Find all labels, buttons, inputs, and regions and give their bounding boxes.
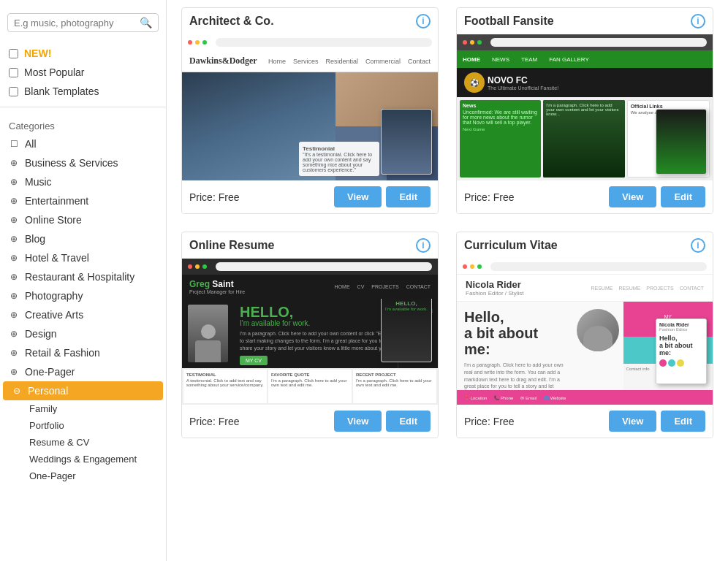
sub-item-portfolio[interactable]: Portfolio [20, 417, 166, 434]
template-footer-architect: Price: Free View Edit [182, 180, 438, 213]
sidebar-item-design[interactable]: ⊕ Design [0, 324, 166, 343]
resume-browser-bar [182, 259, 438, 275]
sidebar-item-restaurant[interactable]: ⊕ Restaurant & Hospitality [0, 267, 166, 286]
sidebar-item-music[interactable]: ⊕ Music [0, 172, 166, 191]
testimonial-section: TESTIMONIAL A testimonial. Click to add … [183, 370, 267, 403]
sidebar-item-retail[interactable]: ⊕ Retail & Fashion [0, 343, 166, 362]
sub-item-one-pager[interactable]: One-Pager [20, 468, 166, 484]
mini-dot-yellow [677, 359, 684, 367]
popular-checkbox-item[interactable]: Most Popular [0, 63, 166, 82]
edit-button-architect[interactable]: Edit [386, 186, 431, 207]
cv-person-title: Fashion Editor / Stylist [466, 290, 524, 297]
edit-button-resume[interactable]: Edit [386, 411, 431, 432]
arch-logo: Dawkins&Dodger [189, 56, 257, 66]
search-bar[interactable]: 🔍 [7, 13, 159, 32]
arch-menu: Home Services Residential Commercial Con… [268, 58, 431, 65]
sidebar-item-label: Music [25, 176, 52, 188]
template-card-cv: Curriculum Vitae i Nicola Rider Fashion … [456, 232, 713, 438]
sidebar-item-label: Online Store [25, 214, 82, 226]
sub-item-weddings[interactable]: Weddings & Engagement [20, 451, 166, 468]
template-header-resume: Online Resume i [182, 232, 438, 259]
price-football: Price: Free [464, 191, 514, 203]
cv-nav-contact: CONTACT [680, 286, 704, 291]
blank-checkbox-item[interactable]: Blank Templates [0, 82, 166, 101]
mini-cv-title: Fashion Editor [659, 327, 703, 332]
cv-hello-text: Hello,a bit aboutme: [464, 309, 565, 357]
sidebar-item-label: All [25, 138, 37, 150]
view-button-cv[interactable]: View [609, 411, 656, 432]
view-button-resume[interactable]: View [334, 411, 382, 432]
sidebar-item-one-pager[interactable]: ⊕ One-Pager [0, 362, 166, 381]
sidebar-item-all[interactable]: ☐ All [0, 134, 166, 153]
football-browser-bar [457, 34, 713, 50]
new-checkbox-item[interactable]: NEW! [0, 44, 166, 63]
my-cv-button[interactable]: MY CV [240, 356, 268, 365]
plus-icon: ⊕ [9, 272, 19, 282]
person-silhouette [583, 326, 613, 351]
football-crest: ⚽ [464, 72, 485, 93]
dot-green [202, 40, 207, 45]
plus-icon: ⊕ [9, 215, 19, 225]
popular-label: Most Popular [24, 66, 84, 78]
arch-body: Dawkins&Dodger Home Services Residential… [182, 50, 438, 180]
btn-group-football: View Edit [609, 186, 705, 207]
sidebar-item-label: Hotel & Travel [25, 252, 89, 264]
testimonial-label: TESTIMONIAL [186, 373, 264, 377]
price-architect: Price: Free [189, 191, 239, 203]
dot-green [477, 264, 482, 269]
info-icon-football[interactable]: i [691, 14, 705, 28]
info-icon-cv[interactable]: i [691, 238, 705, 253]
mobile-thumb-resume: HELLO, I'm available for work. [381, 299, 432, 362]
menu-item: Residential [325, 58, 358, 65]
url-bar [490, 38, 707, 47]
sub-item-resume[interactable]: Resume & CV [20, 434, 166, 451]
resume-nav: HOME CV PROJECTS CONTACT [335, 284, 431, 289]
resume-subtitle: Project Manager for Hire [189, 289, 245, 294]
menu-item: Services [293, 58, 319, 65]
sidebar-item-hotel[interactable]: ⊕ Hotel & Travel [0, 248, 166, 267]
project-text: I'm a paragraph. Click here to add your … [356, 378, 433, 387]
mobile-thumb-football [656, 109, 707, 175]
edit-button-football[interactable]: Edit [661, 186, 705, 207]
all-icon: ☐ [9, 139, 19, 149]
resume-photo [188, 305, 228, 362]
sidebar-item-personal[interactable]: ⊖ Personal [3, 381, 163, 400]
plus-icon: ⊕ [9, 196, 19, 206]
sidebar-item-photography[interactable]: ⊕ Photography [0, 286, 166, 305]
template-footer-cv: Price: Free View Edit [457, 405, 713, 438]
view-button-football[interactable]: View [609, 186, 656, 207]
search-input[interactable] [14, 18, 140, 28]
popular-checkbox[interactable] [9, 68, 18, 77]
nav-team: TEAM [521, 56, 537, 63]
edit-button-cv[interactable]: Edit [661, 411, 705, 432]
dot-red [463, 40, 467, 45]
sidebar-item-creative-arts[interactable]: ⊕ Creative Arts [0, 305, 166, 324]
sidebar-item-entertainment[interactable]: ⊕ Entertainment [0, 191, 166, 210]
mini-cv-dots [659, 359, 703, 367]
main-content: Architect & Co. i Dawkins&Dodger Home Se… [167, 0, 728, 561]
mobile-thumb-architect [381, 109, 432, 175]
new-checkbox[interactable] [9, 49, 18, 58]
testimonial-text: A testimonial. Click to add text and say… [186, 378, 264, 387]
sub-item-family[interactable]: Family [20, 400, 166, 417]
cv-photo [577, 309, 619, 351]
sidebar-item-online-store[interactable]: ⊕ Online Store [0, 210, 166, 229]
info-icon-resume[interactable]: i [416, 238, 431, 253]
next-game: Next Game [463, 127, 538, 131]
dot-yellow [470, 40, 474, 45]
btn-group-architect: View Edit [334, 186, 431, 207]
quote-text: I'm a paragraph. Click here to add your … [271, 378, 349, 387]
sidebar-item-label: Restaurant & Hospitality [25, 271, 134, 283]
filter-checkboxes: NEW! Most Popular Blank Templates [0, 44, 166, 101]
view-button-architect[interactable]: View [334, 186, 382, 207]
blank-checkbox[interactable] [9, 87, 18, 96]
news-teaser: Unconfirmed: We are still waiting for mo… [463, 110, 538, 125]
cv-browser-bar [457, 259, 713, 275]
plus-icon: ⊕ [9, 291, 19, 301]
info-icon-architect[interactable]: i [416, 14, 431, 28]
template-footer-resume: Price: Free View Edit [182, 405, 438, 438]
sidebar-item-business[interactable]: ⊕ Business & Services [0, 153, 166, 172]
nav-fan-gallery: FAN GALLERY [549, 56, 589, 63]
resume-hello-area: HELLO, I'm available for work. I'm a par… [234, 299, 398, 368]
sidebar-item-blog[interactable]: ⊕ Blog [0, 229, 166, 248]
